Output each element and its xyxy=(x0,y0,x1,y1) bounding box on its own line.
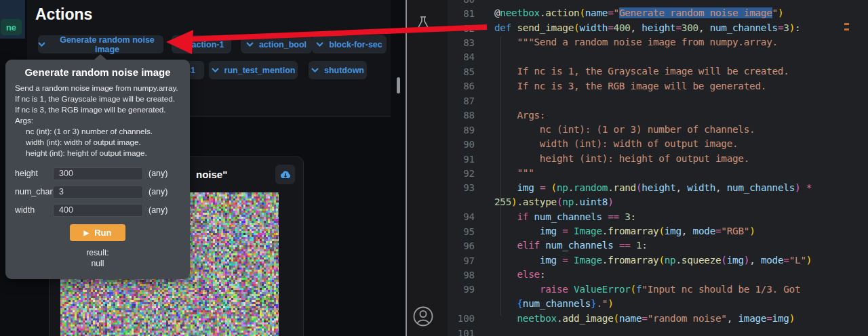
line-number: 85 xyxy=(448,66,475,77)
field-label-num-channels: num_chan... xyxy=(5,187,53,196)
screenshot-root: ne Actions Generate random noise image a… xyxy=(0,0,868,336)
action-button-shutdown[interactable]: shutdown xyxy=(309,61,367,79)
field-hint: (any) xyxy=(149,187,167,196)
play-icon: ▶ xyxy=(84,229,90,236)
field-hint: (any) xyxy=(149,205,167,215)
code-line: 86 If nc is 3, the RGB image will be gen… xyxy=(448,79,868,93)
line-number: 86 xyxy=(448,81,475,91)
form-row: num_chan... (any) xyxy=(5,185,190,198)
tooltip-result: result: null xyxy=(5,247,190,269)
line-number: 101 xyxy=(448,328,475,336)
account-icon[interactable] xyxy=(412,305,435,328)
image-card-title-fragment: noise" xyxy=(196,169,227,180)
line-number: 100 xyxy=(448,313,475,324)
chevron-down-icon xyxy=(212,68,219,72)
tooltip-desc-line: Send a random noise image from numpy.arr… xyxy=(15,83,180,93)
line-number: 94 xyxy=(448,211,475,222)
line-number: 90 xyxy=(448,139,475,150)
form-row: height (any) xyxy=(5,167,190,180)
action-button-run-test-mention[interactable]: run_test_mention xyxy=(209,61,298,79)
width-field[interactable] xyxy=(53,204,143,217)
sidebar-stub: ne xyxy=(0,0,25,39)
project-badge[interactable]: ne xyxy=(1,19,22,35)
chevron-down-icon xyxy=(38,42,45,47)
code-line: 90 width (int): width of output image. xyxy=(448,137,868,151)
chevron-down-icon xyxy=(311,68,319,72)
action-button-block-for-sec[interactable]: block-for-sec xyxy=(312,35,387,54)
line-number: 82 xyxy=(448,23,475,34)
web-scrollbar-thumb[interactable] xyxy=(397,77,400,93)
code-line: 101 xyxy=(448,326,868,336)
code-rows: 8081@neetbox.action(name="Generate rando… xyxy=(448,0,868,336)
code-line: 97 img = Image.fromarray(np.squeeze(img)… xyxy=(448,253,868,268)
form-row: width (any) xyxy=(5,203,190,217)
tooltip-form: height (any) num_chan... (any) width (an… xyxy=(5,167,190,217)
code-line: 95 img = Image.fromarray(img, mode="RGB"… xyxy=(448,224,868,238)
tooltip-arg-line: width (int): width of output image. xyxy=(15,137,180,148)
line-number: 99 xyxy=(448,284,475,295)
chevron-down-icon xyxy=(246,42,254,47)
code-line: 96 elif num_channels == 1: xyxy=(448,238,868,253)
code-line: 84 xyxy=(448,50,868,64)
field-label-height: height xyxy=(5,169,53,178)
field-hint: (any) xyxy=(149,169,167,178)
line-number: 88 xyxy=(448,110,475,121)
line-number: 83 xyxy=(448,37,475,48)
code-editor[interactable]: 8081@neetbox.action(name="Generate rando… xyxy=(448,0,868,336)
chevron-down-icon xyxy=(316,42,323,47)
num-channels-field[interactable] xyxy=(53,186,143,198)
line-number: 96 xyxy=(448,240,475,251)
height-field[interactable] xyxy=(53,167,143,180)
tooltip-title: Generate random noise image xyxy=(5,66,190,78)
code-line: 88 Args: xyxy=(448,108,868,123)
line-number: 84 xyxy=(448,51,475,62)
overview-ruler-mark xyxy=(844,28,849,30)
action-button-action-bool[interactable]: action_bool xyxy=(241,35,312,54)
tooltip-arg-line: height (int): height of output image. xyxy=(15,148,180,159)
line-number: 81 xyxy=(448,8,475,19)
code-line: 89 nc (int): (1 or 3) number of channels… xyxy=(448,123,868,137)
testing-flask-icon[interactable] xyxy=(414,15,432,33)
code-line: 83 """Send a random noise image from num… xyxy=(448,35,868,49)
line-number: 95 xyxy=(448,226,475,237)
overview-ruler-mark xyxy=(844,23,849,25)
action-button-generate-noise[interactable]: Generate random noise image xyxy=(38,35,163,54)
line-number: 97 xyxy=(448,255,475,266)
field-label-width: width xyxy=(5,205,53,215)
activity-bar xyxy=(406,0,448,336)
chevron-down-icon xyxy=(179,42,186,47)
code-line: {num_channels}.") xyxy=(448,297,868,311)
code-line: 81@neetbox.action(name="Generate random … xyxy=(448,6,868,20)
line-number: 92 xyxy=(448,168,475,179)
code-line: 92 """ xyxy=(448,166,868,180)
line-number: 80 xyxy=(448,0,475,5)
code-line: 85 If nc is 1, the Grayscale image will … xyxy=(448,64,868,79)
code-line: 99 raise ValueError(f"Input nc should be… xyxy=(448,282,868,297)
cloud-download-icon xyxy=(279,170,292,180)
line-number: 87 xyxy=(448,96,475,106)
code-line: 98 else: xyxy=(448,268,868,282)
code-line: 91 height (int): height of output image. xyxy=(448,152,868,166)
tooltip-desc-line: Args: xyxy=(15,115,180,126)
code-line: 87 xyxy=(448,93,868,108)
tooltip-desc-line: If nc is 1, the Grayscale image will be … xyxy=(15,93,180,104)
action-tooltip: Generate random noise image Send a rando… xyxy=(5,60,190,279)
neetbox-web-panel: ne Actions Generate random noise image a… xyxy=(0,0,406,336)
download-image-button[interactable] xyxy=(275,165,295,184)
line-number: 91 xyxy=(448,154,475,165)
code-line: 80 xyxy=(448,0,868,6)
run-button[interactable]: ▶ Run xyxy=(70,224,125,241)
actions-heading: Actions xyxy=(35,5,92,24)
line-number: 89 xyxy=(448,125,475,135)
tooltip-description: Send a random noise image from numpy.arr… xyxy=(5,83,190,159)
tooltip-arg-line: nc (int): (1 or 3) number of channels. xyxy=(15,126,180,137)
tooltip-desc-line: If nc is 3, the RGB image will be genera… xyxy=(15,104,180,115)
line-number: 93 xyxy=(448,182,475,193)
code-line: 93 img = (np.random.rand(height, width, … xyxy=(448,181,868,195)
code-line: 82def send_image(width=400, height=300, … xyxy=(448,21,868,35)
line-number: 98 xyxy=(448,270,475,280)
result-value: null xyxy=(5,258,190,269)
action-button-action-1[interactable]: action-1 xyxy=(172,35,231,54)
result-label: result: xyxy=(5,247,190,258)
code-line: 100 neetbox.add_image(name="random noise… xyxy=(448,312,868,326)
